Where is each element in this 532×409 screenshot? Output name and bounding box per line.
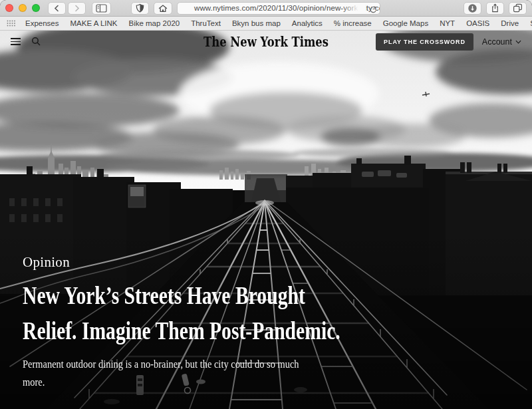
article-headline: New York’s Streets Have Brought Relief. … [23,278,430,348]
favorites-grid-icon[interactable] [7,20,16,27]
traffic-lights [5,4,40,12]
sidebar-icon [96,4,107,13]
shield-icon [135,3,145,13]
share-icon [490,3,500,13]
site-header: The New York Times PLAY THE CROSSWORD Ac… [0,31,532,53]
bookmark-item[interactable]: Expenses [25,19,59,27]
bookmark-item[interactable]: OASIS [466,19,489,27]
back-button[interactable] [48,2,66,15]
search-button[interactable] [31,37,41,47]
tabs-icon [513,3,523,13]
chevron-down-icon [515,40,521,44]
safari-window: www.nytimes.com/2020/11/30/opinion/new-y… [0,0,532,409]
downloads-button[interactable] [464,2,481,15]
distant-el-structure [245,174,287,204]
address-bar[interactable]: www.nytimes.com/2020/11/30/opinion/new-y… [177,2,380,15]
url-fade [342,3,366,13]
reload-icon [368,5,377,14]
page-content: The New York Times PLAY THE CROSSWORD Ac… [0,31,532,409]
bookmark-item[interactable]: Analytics [292,19,323,27]
privacy-report-button[interactable] [131,2,149,15]
bookmark-item[interactable]: Bike map 2020 [128,19,180,27]
bookmark-item[interactable]: Bkyn bus map [232,19,281,27]
play-crossword-button[interactable]: PLAY THE CROSSWORD [376,33,473,51]
bookmark-item[interactable]: Drive [501,19,519,27]
share-button[interactable] [486,2,504,15]
bookmark-item[interactable]: ThruText [191,19,221,27]
chevron-left-icon [53,5,61,12]
forward-button[interactable] [68,2,86,15]
bookmark-item[interactable]: NYT [440,19,455,27]
article-hero-text: Opinion New York’s Streets Have Brought … [23,254,430,391]
account-label: Account [482,37,512,47]
article-dek: Permanent outdoor dining is a no-brainer… [23,355,430,391]
download-icon [467,3,477,13]
sidebar-toggle-button[interactable] [92,2,111,15]
bookmark-item[interactable]: Google Maps [383,19,428,27]
tab-overview-button[interactable] [509,2,527,15]
chevron-right-icon [73,5,80,12]
menu-button[interactable] [11,38,21,45]
zoom-window-button[interactable] [32,4,40,12]
browser-toolbar: www.nytimes.com/2020/11/30/opinion/new-y… [0,0,532,17]
home-icon [158,3,168,13]
close-window-button[interactable] [5,4,13,12]
reload-button[interactable] [368,5,377,15]
home-button[interactable] [154,2,172,15]
bookmark-item[interactable]: MAKE A LINK [70,19,118,27]
bookmarks-bar: ExpensesMAKE A LINKBike map 2020ThruText… [0,17,532,31]
minimize-window-button[interactable] [19,4,27,12]
account-menu[interactable]: Account [482,37,521,47]
bookmark-item[interactable]: % increase [334,19,372,27]
nyt-logo[interactable]: The New York Times [190,34,342,50]
search-icon [31,37,41,47]
section-kicker[interactable]: Opinion [23,254,430,271]
